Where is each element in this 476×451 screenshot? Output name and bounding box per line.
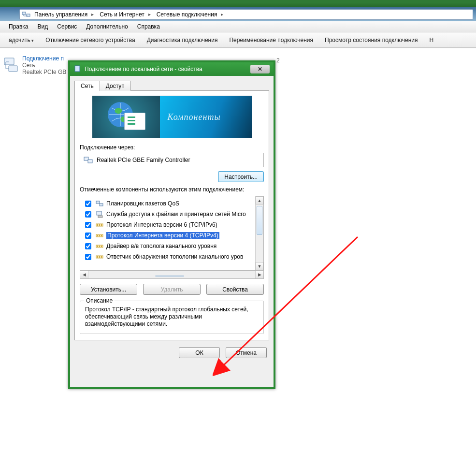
protocol-icon [96,210,103,218]
close-icon: ✕ [258,66,262,73]
svg-rect-8 [96,201,100,204]
breadcrumb[interactable]: Панель управления Сеть и Интернет Сетевы… [19,9,473,20]
toolbar-more[interactable]: Н [423,35,439,45]
dialog-title: Подключение по локальной сети - свойства [85,66,202,73]
menu-bar: Правка Вид Сервис Дополнительно Справка [0,21,476,32]
toolbar-disable[interactable]: Отключение сетевого устройства [40,35,141,45]
tab-panel-network: Компоненты Подключение через: Realtek PC… [74,90,269,340]
menu-edit[interactable]: Правка [5,22,32,31]
svg-rect-13 [97,224,98,226]
component-label: Протокол Интернета версии 4 (TCP/IPv4) [106,232,219,239]
component-row[interactable]: Служба доступа к файлам и принтерам сете… [80,209,255,219]
menu-tools[interactable]: Сервис [53,22,81,31]
component-label: Протокол Интернета версии 6 (TCP/IPv6) [106,221,217,228]
lan-connection-icon [3,55,19,74]
protocol-icon [96,221,103,229]
component-row[interactable]: Ответчик обнаружения топологии канальног… [80,251,255,262]
breadcrumb-item[interactable]: Сеть и Интернет [98,10,152,19]
svg-rect-9 [100,204,103,206]
svg-rect-10 [97,211,101,215]
connection-network: Сеть [22,62,66,69]
component-checkbox[interactable] [85,243,91,249]
connection-title: Подключение п [22,55,66,62]
toolbar-organize[interactable]: адочить [3,35,40,45]
components-label: Отмеченные компоненты используются этим … [80,186,264,193]
network-folder-icon [22,11,30,18]
component-checkbox[interactable] [85,211,91,218]
adapter-icon [83,155,93,165]
component-checkbox[interactable] [85,233,91,239]
cancel-button[interactable]: Отмена [226,347,267,358]
component-checkbox[interactable] [85,254,91,260]
svg-rect-18 [99,235,100,236]
svg-rect-21 [97,246,98,247]
toolbar-rename[interactable]: Переименование подключения [223,35,319,45]
svg-rect-19 [101,235,102,236]
scroll-down-icon[interactable]: ▼ [256,262,263,270]
dialog-icon [74,65,81,73]
svg-rect-17 [97,235,98,236]
svg-rect-25 [97,256,98,258]
breadcrumb-item[interactable]: Сетевые подключения [155,10,226,19]
component-label: Драйвер в/в тополога канального уровня [106,243,216,249]
component-label: Ответчик обнаружения топологии канальног… [106,253,243,260]
scroll-up-icon[interactable]: ▲ [256,196,263,204]
svg-rect-4 [75,66,80,72]
toolbar-diagnose[interactable]: Диагностика подключения [141,35,224,45]
banner-text: Компоненты [168,112,221,122]
components-banner: Компоненты [92,96,252,138]
tab-access[interactable]: Доступ [100,81,131,91]
address-bar: Панель управления Сеть и Интернет Сетевы… [0,7,476,21]
component-label: Планировщик пакетов QoS [106,200,179,207]
toolbar: адочить Отключение сетевого устройства Д… [0,32,476,48]
checklist-icon [124,113,145,130]
toolbar-status[interactable]: Просмотр состояния подключения [319,35,423,45]
scroll-left-icon[interactable]: ◀ [80,271,88,278]
scroll-thumb[interactable] [257,206,262,235]
component-row[interactable]: Протокол Интернета версии 4 (TCP/IPv4) [80,230,255,241]
tab-strip: Сеть Доступ [74,80,269,91]
component-row[interactable]: Протокол Интернета версии 6 (TCP/IPv6) [80,219,255,230]
menu-extra[interactable]: Дополнительно [82,22,131,31]
connection-item[interactable]: Подключение п Сеть Realtek PCIe GB [3,55,66,75]
tab-network[interactable]: Сеть [74,81,100,91]
adapter-box: Realtek PCIe GBE Family Controller [80,153,264,167]
menu-view[interactable]: Вид [34,22,52,31]
description-group: Описание Протокол TCP/IP - стандартный п… [80,301,264,334]
connect-via-label: Подключение через: [80,144,264,151]
breadcrumb-item[interactable]: Панель управления [32,10,96,19]
dialog-titlebar[interactable]: Подключение по локальной сети - свойства… [70,62,274,76]
description-text: Протокол TCP/IP - стандартный протокол г… [85,306,259,328]
protocol-icon [96,200,103,207]
scroll-right-icon[interactable]: ▶ [255,271,263,278]
connection-item-2-fragment: 2 [276,57,280,64]
svg-rect-22 [99,246,100,247]
components-list[interactable]: Планировщик пакетов QoSСлужба доступа к … [80,196,264,271]
component-row[interactable]: Планировщик пакетов QoS [80,198,255,209]
install-button[interactable]: Установить... [80,284,137,295]
description-legend: Описание [84,297,115,304]
ok-button[interactable]: ОК [179,347,220,358]
configure-button[interactable]: Настроить... [218,171,264,182]
menu-help[interactable]: Справка [133,22,164,31]
component-checkbox[interactable] [85,201,91,207]
component-checkbox[interactable] [85,222,91,228]
protocol-icon [96,253,103,261]
properties-button[interactable]: Свойства [206,284,264,295]
svg-rect-27 [101,256,102,258]
svg-rect-15 [101,224,102,226]
svg-rect-26 [99,256,100,258]
hscroll-thumb[interactable] [155,276,184,276]
vertical-scrollbar[interactable]: ▲ ▼ [255,196,263,270]
svg-rect-0 [22,12,26,15]
component-row[interactable]: Драйвер в/в тополога канального уровня [80,241,255,251]
adapter-name: Realtek PCIe GBE Family Controller [97,157,190,163]
horizontal-scrollbar[interactable]: ◀ ▶ [80,271,264,279]
svg-rect-14 [99,224,100,226]
connection-adapter: Realtek PCIe GB [22,69,66,75]
close-button[interactable]: ✕ [250,65,270,73]
properties-dialog: Подключение по локальной сети - свойства… [68,60,275,389]
remove-button[interactable]: Удалить [143,284,201,295]
svg-rect-3 [9,66,17,72]
component-label: Служба доступа к файлам и принтерам сете… [106,211,246,218]
